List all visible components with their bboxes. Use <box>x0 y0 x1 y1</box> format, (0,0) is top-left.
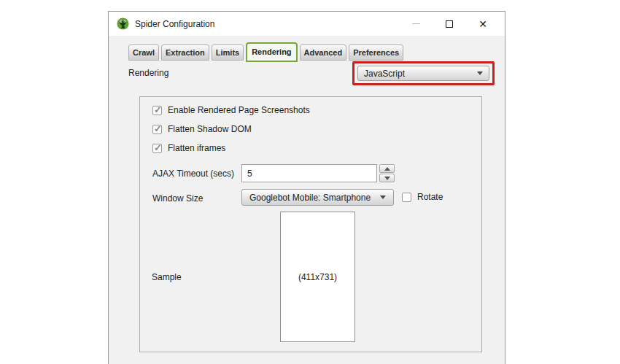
rotate-label: Rotate <box>417 192 443 202</box>
spider-configuration-dialog: Spider Configuration ✕ Crawl Extraction … <box>108 11 505 364</box>
flatten-shadow-dom-label: Flatten Shadow DOM <box>168 124 252 134</box>
sample-dimensions: (411x731) <box>298 272 337 282</box>
title-bar: Spider Configuration ✕ <box>109 12 505 36</box>
rendering-mode-dropdown[interactable]: JavaScript <box>357 66 489 81</box>
tab-bar: Crawl Extraction Limits Rendering Advanc… <box>128 42 403 61</box>
check-icon: ✓ <box>154 142 162 153</box>
window-size-dropdown[interactable]: Googlebot Mobile: Smartphone <box>241 189 394 206</box>
ajax-timeout-input[interactable]: 5 <box>241 164 377 182</box>
sample-preview: (411x731) <box>280 212 355 342</box>
enable-screenshots-label: Enable Rendered Page Screenshots <box>168 105 310 115</box>
stepper-down-button[interactable] <box>379 174 395 182</box>
maximize-button[interactable] <box>439 15 460 34</box>
ajax-timeout-label: AJAX Timeout (secs) <box>152 169 234 179</box>
ajax-timeout-stepper <box>379 164 395 182</box>
window-size-value: Googlebot Mobile: Smartphone <box>249 193 371 203</box>
chevron-down-icon <box>380 195 386 199</box>
screenshots-option-row: ✓ Enable Rendered Page Screenshots <box>152 104 310 116</box>
maximize-icon <box>446 20 453 28</box>
shadow-dom-option-row: ✓ Flatten Shadow DOM <box>152 123 252 135</box>
tab-rendering[interactable]: Rendering <box>246 42 297 62</box>
window-size-label: Window Size <box>152 193 203 204</box>
close-button[interactable]: ✕ <box>473 15 493 34</box>
minimize-button[interactable] <box>406 15 426 34</box>
tab-limits[interactable]: Limits <box>212 44 244 61</box>
check-icon: ✓ <box>154 123 162 134</box>
stepper-up-button[interactable] <box>379 164 395 173</box>
check-icon: ✓ <box>154 104 162 115</box>
chevron-down-icon <box>477 71 483 75</box>
iframes-option-row: ✓ Flatten iframes <box>152 142 225 154</box>
window-title: Spider Configuration <box>135 19 214 29</box>
tab-extraction[interactable]: Extraction <box>161 44 209 61</box>
sample-label: Sample <box>152 272 182 282</box>
enable-screenshots-checkbox[interactable]: ✓ <box>152 106 162 115</box>
rotate-option-row: Rotate <box>402 192 443 202</box>
window-controls: ✕ <box>406 15 497 34</box>
arrow-up-icon <box>384 167 390 171</box>
arrow-down-icon <box>384 177 390 180</box>
tab-crawl[interactable]: Crawl <box>128 44 159 61</box>
flatten-shadow-dom-checkbox[interactable]: ✓ <box>152 125 162 134</box>
rotate-checkbox[interactable] <box>402 193 411 202</box>
screaming-frog-logo-icon <box>117 18 129 30</box>
rendering-mode-value: JavaScript <box>364 69 405 79</box>
tab-preferences[interactable]: Preferences <box>349 44 403 61</box>
rendering-label: Rendering <box>128 68 168 78</box>
tab-advanced[interactable]: Advanced <box>300 44 347 61</box>
flatten-iframes-label: Flatten iframes <box>168 143 225 153</box>
flatten-iframes-checkbox[interactable]: ✓ <box>152 144 162 153</box>
close-icon: ✕ <box>478 19 487 29</box>
minimize-icon <box>412 23 420 24</box>
rendering-options-group: ✓ Enable Rendered Page Screenshots ✓ Fla… <box>139 96 482 352</box>
ajax-timeout-value: 5 <box>247 169 252 179</box>
